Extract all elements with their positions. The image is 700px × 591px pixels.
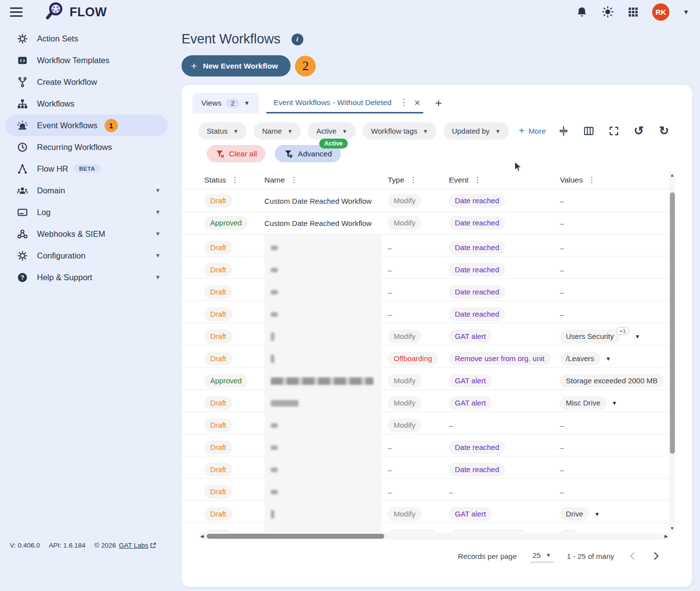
- sidebar-item-recurring-workflows[interactable]: Recurring Workflows: [5, 136, 168, 158]
- table-row[interactable]: Draft–Date reached–: [182, 257, 669, 279]
- collapse-rows-icon[interactable]: [557, 124, 570, 137]
- table-row[interactable]: DraftModifyGAT alertUsers Security+1▼: [182, 323, 669, 345]
- tab-kebab-icon[interactable]: ⋮: [400, 97, 408, 108]
- table-row[interactable]: ApprovedCustom Date Reached WorkflowModi…: [182, 212, 669, 234]
- gear-icon: [16, 33, 29, 44]
- column-menu-icon[interactable]: ⋮: [290, 176, 297, 185]
- filter-chip-updated-by[interactable]: Updated by▼: [443, 122, 509, 140]
- flow-logo-icon: [44, 0, 65, 23]
- status-badge: Draft: [204, 485, 232, 498]
- sidebar-item-workflows[interactable]: Workflows: [5, 93, 168, 114]
- type-badge: Modify: [388, 396, 421, 409]
- app-version: V: 0.406.0: [10, 542, 40, 549]
- event-badge: GAT alert: [449, 374, 492, 387]
- webhook-icon: [16, 228, 29, 240]
- template-icon: [16, 55, 29, 66]
- scroll-down-icon[interactable]: ▼: [670, 525, 674, 532]
- sidebar-item-event-workflows[interactable]: Event Workflows1: [5, 114, 168, 136]
- refresh-icon[interactable]: ↻: [658, 124, 670, 137]
- previous-page-button[interactable]: [627, 551, 638, 561]
- event-badge: Add user to org. unit: [449, 529, 527, 532]
- views-dropdown[interactable]: Views 2 ▼: [192, 93, 258, 113]
- next-page-button[interactable]: [651, 551, 662, 561]
- copyright: © 2026: [94, 542, 116, 549]
- sidebar-item-workflow-templates[interactable]: Workflow Templates: [5, 49, 168, 71]
- fullscreen-icon[interactable]: [607, 124, 620, 137]
- sidebar-item-log[interactable]: Log▼: [5, 201, 168, 223]
- hamburger-menu-icon[interactable]: [10, 7, 23, 17]
- clear-all-filters-button[interactable]: Clear all: [207, 145, 265, 162]
- status-badge: Draft: [204, 441, 232, 454]
- table-row[interactable]: Draft–––: [182, 479, 669, 501]
- table-row[interactable]: DraftOffboardingRemove user from org. un…: [182, 345, 669, 368]
- type-badge: Modify: [388, 374, 421, 387]
- horizontal-scroll-thumb[interactable]: [207, 534, 384, 539]
- event-badge: GAT alert: [449, 396, 492, 409]
- columns-icon[interactable]: [582, 124, 595, 137]
- account-menu-caret-icon[interactable]: ▼: [683, 8, 689, 16]
- page-info-icon[interactable]: i: [292, 34, 303, 45]
- sidebar-item-webhooks-siem[interactable]: Webhooks & SIEM▼: [5, 223, 168, 245]
- tab-close-icon[interactable]: ×: [414, 97, 420, 109]
- table-row[interactable]: Draft–Date reached–: [182, 456, 669, 479]
- sidebar-item-action-sets[interactable]: Action Sets: [5, 28, 168, 49]
- scroll-right-icon[interactable]: ▶: [664, 534, 668, 539]
- scroll-up-icon[interactable]: ▲: [670, 172, 674, 179]
- type-badge: Modify: [388, 194, 421, 207]
- filter-chip-active[interactable]: Active▼: [308, 122, 356, 140]
- table-row[interactable]: DraftModify––: [182, 412, 669, 434]
- add-tab-button[interactable]: +: [435, 96, 442, 110]
- event-badge: Date reached: [449, 263, 505, 276]
- page-size-select[interactable]: 25 ▼: [530, 550, 554, 562]
- advanced-filters-button[interactable]: Advanced Active: [275, 145, 341, 162]
- sidebar-item-label: Recurring Workflows: [37, 143, 112, 152]
- page-range-label: 1 - 25 of many: [567, 552, 614, 560]
- table-row[interactable]: DraftModifyGAT alertMisc Drive▼: [182, 390, 669, 412]
- value-expand-icon[interactable]: ▼: [606, 356, 611, 362]
- topbar: FLOW RK ▼: [0, 0, 700, 24]
- table-row[interactable]: Draft–Date reached–: [182, 279, 669, 301]
- event-badge: Date reached: [449, 463, 505, 476]
- tab-event-workflows-without-deleted[interactable]: Event Workflows - Without Deleted ⋮ ×: [266, 93, 423, 113]
- undo-icon[interactable]: ↺: [632, 124, 645, 137]
- table-row[interactable]: DraftOffboardingAdd user to org. unit/L▼: [182, 523, 669, 532]
- filter-chip-workflow-tags[interactable]: Workflow tags▼: [363, 122, 437, 140]
- sidebar-item-flow-hr[interactable]: Flow HRBETA: [5, 158, 168, 180]
- value-expand-icon[interactable]: ▼: [612, 400, 617, 406]
- apps-grid-icon[interactable]: [627, 6, 639, 18]
- sidebar-item-configuration[interactable]: Configuration▼: [5, 245, 168, 266]
- column-menu-icon[interactable]: ⋮: [231, 176, 239, 185]
- notifications-bell-icon[interactable]: [576, 6, 588, 18]
- sidebar-item-help-support[interactable]: ?Help & Support▼: [5, 266, 168, 288]
- column-menu-icon[interactable]: ⋮: [410, 176, 417, 185]
- horizontal-scrollbar[interactable]: ◀ ▶: [199, 533, 669, 540]
- type-badge: Offboarding: [388, 529, 438, 532]
- event-badge: Remove user from org. unit: [449, 352, 551, 365]
- external-link-icon: [150, 542, 156, 549]
- value-badge: Storage exceeded 2000 MB: [560, 374, 663, 387]
- table-row[interactable]: Draft–Date reached–: [182, 234, 669, 257]
- vertical-scrollbar[interactable]: ▲ ▼: [669, 172, 675, 532]
- user-avatar[interactable]: RK: [652, 3, 669, 21]
- table-row[interactable]: DraftModifyGAT alertDrive▼: [182, 501, 669, 523]
- table-row[interactable]: ApprovedModifyGAT alertStorage exceeded …: [182, 368, 669, 390]
- value-expand-icon[interactable]: ▼: [635, 333, 640, 339]
- table-row[interactable]: Draft–Date reached–: [182, 301, 669, 323]
- table-row[interactable]: Draft–Date reached–: [182, 434, 669, 456]
- column-menu-icon[interactable]: ⋮: [474, 176, 481, 185]
- sidebar-item-create-workflow[interactable]: Create Workflow: [5, 71, 168, 93]
- more-filters-button[interactable]: +More: [519, 125, 546, 137]
- svg-text:?: ?: [20, 274, 24, 281]
- gat-labs-link[interactable]: GAT Labs: [119, 542, 156, 549]
- filter-chip-name[interactable]: Name▼: [254, 122, 301, 140]
- new-event-workflow-button[interactable]: + New Event Workflow: [182, 55, 291, 76]
- value-expand-icon[interactable]: ▼: [594, 511, 600, 517]
- filter-chip-status[interactable]: Status▼: [198, 122, 247, 140]
- scroll-left-icon[interactable]: ◀: [200, 534, 204, 539]
- value-badge: /Leavers: [560, 352, 600, 365]
- table-row[interactable]: DraftCustom Date Reached WorkflowModifyD…: [182, 190, 669, 212]
- vertical-scroll-thumb[interactable]: [670, 192, 675, 454]
- sidebar-item-domain[interactable]: Domain▼: [5, 180, 168, 201]
- column-menu-icon[interactable]: ⋮: [588, 176, 595, 185]
- theme-sun-icon[interactable]: [601, 5, 614, 18]
